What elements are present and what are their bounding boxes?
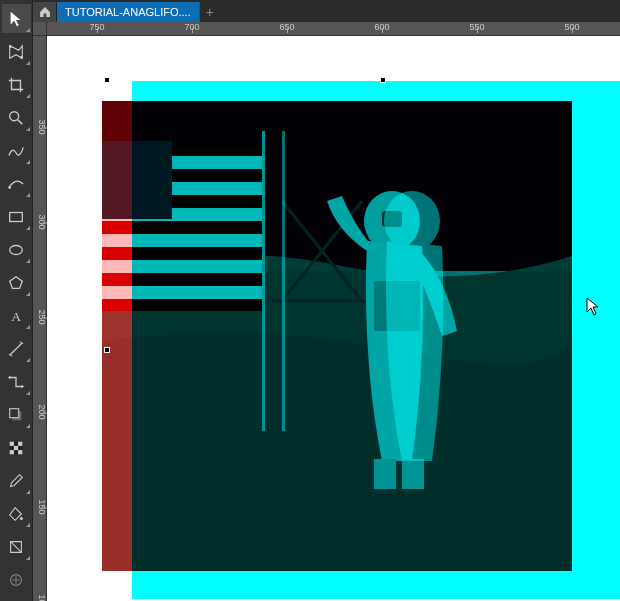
tool-palette: A bbox=[0, 0, 33, 601]
handle-top-center[interactable] bbox=[380, 77, 386, 83]
svg-rect-16 bbox=[18, 441, 22, 445]
zoom-tool[interactable] bbox=[2, 103, 31, 132]
svg-rect-19 bbox=[18, 450, 22, 454]
ruler-tick-label: 600 bbox=[374, 22, 389, 32]
flyout-icon bbox=[26, 325, 30, 329]
quick-customize[interactable] bbox=[2, 565, 31, 594]
flyout-icon bbox=[26, 226, 30, 230]
ruler-tick-label: 750 bbox=[89, 22, 104, 32]
ruler-tick-label: 300 bbox=[37, 215, 47, 230]
drop-shadow-tool[interactable] bbox=[2, 400, 31, 429]
transparency-tool[interactable] bbox=[2, 433, 31, 462]
eyedropper-tool[interactable] bbox=[2, 466, 31, 495]
svg-line-9 bbox=[10, 342, 23, 355]
svg-rect-5 bbox=[10, 212, 23, 221]
dimension-tool[interactable] bbox=[2, 334, 31, 363]
ruler-tick-label: 500 bbox=[564, 22, 579, 32]
svg-marker-7 bbox=[10, 276, 23, 288]
canvas[interactable] bbox=[47, 36, 620, 601]
svg-point-10 bbox=[8, 376, 11, 379]
svg-point-4 bbox=[8, 186, 11, 189]
flyout-icon bbox=[26, 193, 30, 197]
crop-tool[interactable] bbox=[2, 70, 31, 99]
ruler-tick-label: 350 bbox=[37, 120, 47, 135]
ruler-origin[interactable] bbox=[33, 22, 47, 36]
ruler-tick-label: 200 bbox=[37, 405, 47, 420]
flyout-icon bbox=[26, 61, 30, 65]
artistic-media-tool[interactable] bbox=[2, 169, 31, 198]
svg-point-0 bbox=[9, 45, 12, 48]
svg-rect-15 bbox=[10, 441, 14, 445]
ruler-tick-label: 650 bbox=[279, 22, 294, 32]
add-tab-button[interactable]: + bbox=[200, 2, 220, 22]
anaglyph-image[interactable] bbox=[102, 81, 620, 601]
flyout-icon bbox=[26, 292, 30, 296]
svg-point-1 bbox=[20, 56, 23, 59]
svg-rect-45 bbox=[282, 131, 285, 431]
ruler-tick-label: 100 bbox=[37, 595, 47, 601]
pick-tool[interactable] bbox=[2, 4, 31, 33]
svg-line-3 bbox=[18, 119, 23, 124]
plus-icon: + bbox=[206, 4, 214, 20]
ruler-vertical[interactable]: 350 300 250 200 150 100 bbox=[33, 36, 47, 601]
handle-top-left[interactable] bbox=[104, 77, 110, 83]
flyout-icon bbox=[26, 490, 30, 494]
flyout-icon bbox=[26, 523, 30, 527]
svg-point-2 bbox=[10, 111, 19, 120]
polygon-tool[interactable] bbox=[2, 268, 31, 297]
flyout-icon bbox=[26, 160, 30, 164]
ellipse-tool[interactable] bbox=[2, 235, 31, 264]
home-tab[interactable] bbox=[33, 2, 57, 22]
svg-rect-13 bbox=[10, 408, 19, 417]
ruler-tick-label: 150 bbox=[37, 500, 47, 515]
shape-tool[interactable] bbox=[2, 37, 31, 66]
svg-point-11 bbox=[21, 385, 24, 388]
svg-text:A: A bbox=[11, 308, 21, 323]
ruler-horizontal[interactable]: 750 700 650 600 550 500 bbox=[47, 22, 620, 36]
flyout-icon bbox=[26, 391, 30, 395]
freehand-tool[interactable] bbox=[2, 136, 31, 165]
flyout-icon bbox=[26, 259, 30, 263]
rectangle-tool[interactable] bbox=[2, 202, 31, 231]
flyout-icon bbox=[26, 94, 30, 98]
svg-rect-18 bbox=[10, 450, 14, 454]
ruler-tick-label: 700 bbox=[184, 22, 199, 32]
svg-point-20 bbox=[20, 516, 23, 519]
connector-tool[interactable] bbox=[2, 367, 31, 396]
flyout-icon bbox=[26, 28, 30, 32]
fill-tool[interactable] bbox=[2, 499, 31, 528]
handle-middle-left[interactable] bbox=[104, 347, 110, 353]
flyout-icon bbox=[26, 127, 30, 131]
tab-label: TUTORIAL-ANAGLIFO.... bbox=[65, 6, 191, 18]
svg-point-6 bbox=[10, 245, 23, 254]
text-tool[interactable]: A bbox=[2, 301, 31, 330]
flyout-icon bbox=[26, 556, 30, 560]
flyout-icon bbox=[26, 358, 30, 362]
document-tabs: TUTORIAL-ANAGLIFO.... + bbox=[33, 0, 620, 22]
document-tab[interactable]: TUTORIAL-ANAGLIFO.... bbox=[57, 2, 200, 22]
ruler-tick-label: 550 bbox=[469, 22, 484, 32]
svg-rect-43 bbox=[102, 101, 572, 571]
ruler-tick-label: 250 bbox=[37, 310, 47, 325]
svg-rect-17 bbox=[14, 445, 18, 449]
red-layer bbox=[102, 101, 572, 571]
flyout-icon bbox=[26, 424, 30, 428]
smart-fill-tool[interactable] bbox=[2, 532, 31, 561]
home-icon bbox=[38, 5, 52, 19]
